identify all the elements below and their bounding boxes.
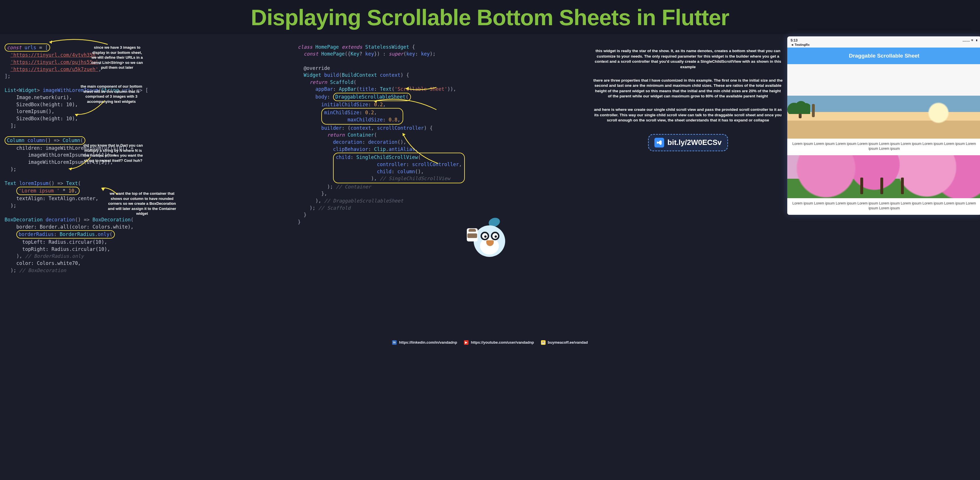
annotation: and here is where we create our single c… — [591, 107, 785, 123]
code-line: ); — [5, 166, 16, 172]
annotation-column: this widget is really the star of the sh… — [591, 37, 785, 151]
page-title: Displaying Scrollable Bottom Sheets in F… — [0, 0, 980, 34]
phone-back-app: ◄ TestingRx — [787, 43, 980, 48]
url-literal: 'https://tinyurl.com/4vtvh35h' — [10, 52, 98, 58]
annotation: we want the top of the container that sh… — [108, 191, 177, 216]
short-link-badge[interactable]: bit.ly/2W0ECSv — [648, 134, 728, 151]
footer-bmc[interactable]: ☕ buymeacoff.ee/vandad — [541, 340, 588, 345]
code-line: color: Colors.white70, — [5, 260, 81, 266]
code-line: ); — [5, 203, 16, 208]
bmc-icon: ☕ — [541, 340, 546, 345]
phone-image-blossom — [787, 155, 980, 198]
code-line: ]; — [5, 73, 10, 79]
vscode-icon — [654, 138, 664, 148]
phone-caption: Lorem ipsum Lorem ipsum Lorem ipsum Lore… — [787, 138, 980, 155]
footer-link-text: buymeacoff.ee/vandad — [548, 340, 588, 345]
phone-mockup: 5:13 …… ᯤ ▮ ◄ TestingRx Draggable Scroll… — [787, 37, 980, 215]
linkedin-icon: in — [392, 340, 397, 345]
phone-statusbar: 5:13 …… ᯤ ▮ — [787, 37, 980, 43]
code-line: topLeft: Radius.circular(10), — [5, 239, 107, 245]
code-line: textAlign: TextAlign.center, — [5, 195, 99, 201]
code-line: loremIpsum(), — [5, 108, 54, 114]
phone-appbar-title: Draggable Scrollable Sheet — [787, 48, 980, 64]
code-line: border: Border.all(color: Colors.white), — [5, 224, 134, 230]
annotation: since we have 3 images to display in our… — [91, 45, 144, 70]
phone-bottom-sheet: Lorem ipsum Lorem ipsum Lorem ipsum Lore… — [787, 95, 980, 215]
footer-link-text: https://youtube.com/user/vandadnp — [471, 340, 534, 345]
annotation: did you know that in Dart you can multip… — [81, 143, 145, 163]
code-block-right: class HomePage extends StatelessWidget {… — [298, 37, 589, 261]
code-line: ]; — [5, 123, 16, 129]
url-literal: 'https://tinyurl.com/pujhs55w' — [10, 59, 98, 65]
code-line: Image.network(uri), — [5, 94, 72, 100]
code-line: SizedBox(height: 10), — [5, 116, 78, 121]
annotation: this widget is really the star of the sh… — [591, 48, 785, 70]
phone-caption: Lorem ipsum Lorem ipsum Lorem ipsum Lore… — [787, 198, 980, 215]
footer-youtube[interactable]: ▶ https://youtube.com/user/vandadnp — [464, 340, 534, 345]
phone-status-icons: …… ᯤ ▮ — [963, 38, 978, 42]
footer-linkedin[interactable]: in https://linkedin.com/in/vandadnp — [392, 340, 457, 345]
mascot-icon — [469, 216, 511, 262]
code-line: SizedBox(height: 10), — [5, 102, 78, 107]
annotation: there are three properties that I have c… — [591, 78, 785, 99]
footer-links: in https://linkedin.com/in/vandadnp ▶ ht… — [0, 339, 980, 345]
code-line: topRight: Radius.circular(10), — [5, 246, 110, 252]
footer-link-text: https://linkedin.com/in/vandadnp — [399, 340, 457, 345]
phone-time: 5:13 — [791, 38, 797, 42]
youtube-icon: ▶ — [464, 340, 469, 345]
short-link-text: bit.ly/2W0ECSv — [668, 137, 722, 148]
url-literal: 'https://tinyurl.com/u5k7zueh' — [10, 67, 98, 72]
code-block-left: const urls = [ 'https://tinyurl.com/4vtv… — [5, 37, 296, 337]
phone-image-beach — [787, 95, 980, 138]
annotation: the main component of our bottom sheet w… — [78, 84, 144, 104]
